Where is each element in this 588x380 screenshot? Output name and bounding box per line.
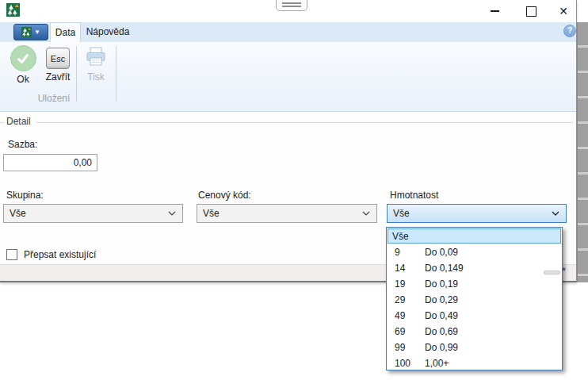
ribbon: Ok Esc Zavřít Tisk Uložení — [0, 42, 576, 112]
minimize-icon — [491, 10, 499, 12]
chevron-down-icon: ▼ — [34, 29, 40, 36]
chevron-down-icon — [552, 211, 559, 216]
maximize-icon — [526, 6, 536, 17]
app-menu-trees-icon — [21, 27, 32, 37]
ribbon-separator — [116, 46, 116, 102]
skupina-label: Skupina: — [6, 190, 44, 201]
dropdown-item[interactable]: 69Do 0,69 — [387, 324, 562, 340]
close-button[interactable]: ✕ — [552, 0, 575, 22]
background-asterisk: * — [562, 265, 566, 277]
dropdown-item[interactable]: 49Do 0,49 — [387, 308, 562, 324]
dropdown-item[interactable]: 99Do 0,99 — [387, 340, 562, 355]
dropdown-item[interactable]: 14Do 0,149 — [387, 260, 562, 276]
chevron-down-icon — [168, 211, 176, 216]
hmotnatost-combobox-open[interactable]: Vše — [387, 204, 567, 223]
hmotnatost-label: Hmotnatost — [390, 190, 438, 201]
dropdown-item[interactable]: 9Do 0,09 — [387, 244, 562, 260]
ok-button-label: Ok — [17, 74, 29, 85]
close-icon: ✕ — [559, 5, 568, 17]
dropdown-item[interactable]: 1001,00+ — [387, 355, 562, 371]
tab-data[interactable]: Data — [50, 22, 81, 42]
cenovy-kod-label: Cenový kód: — [198, 190, 251, 201]
ribbon-group-label: Uložení — [0, 93, 108, 104]
prepsat-checkbox[interactable] — [6, 249, 17, 260]
prepsat-checkbox-label: Přepsat existující — [24, 249, 96, 260]
help-button[interactable]: ? — [563, 25, 576, 37]
maximize-button[interactable] — [519, 0, 543, 22]
drag-handle[interactable] — [276, 0, 307, 11]
ribbon-tab-row: ▼ Data Nápověda ? — [0, 22, 576, 42]
detail-group-title: Detail — [6, 116, 31, 127]
screen: ✕ ▼ Data Nápověda ? — [0, 0, 588, 380]
skupina-value: Vše — [10, 208, 26, 219]
group-line — [36, 122, 573, 123]
tab-napoveda[interactable]: Nápověda — [82, 22, 134, 42]
group-line — [0, 122, 4, 123]
skupina-combobox[interactable]: Vše — [3, 204, 183, 223]
esc-key-icon: Esc — [46, 48, 70, 69]
printer-icon — [84, 45, 108, 69]
dropdown-item[interactable]: 29Do 0,29 — [387, 292, 562, 308]
background-window-edge — [577, 22, 588, 282]
app-menu-button[interactable]: ▼ — [13, 24, 48, 40]
chevron-down-icon — [362, 211, 370, 216]
hmotnatost-dropdown-popup: Vše 9Do 0,09 14Do 0,149 19Do 0,19 29Do 0… — [386, 227, 563, 370]
hmotnatost-value: Vše — [393, 208, 410, 219]
cenovy-kod-combobox[interactable]: Vše — [197, 204, 377, 223]
sazba-input[interactable] — [3, 154, 97, 171]
tisk-button-label: Tisk — [87, 71, 105, 83]
cenovy-kod-value: Vše — [203, 208, 220, 219]
app-trees-icon[interactable] — [6, 3, 20, 17]
resize-grip — [544, 271, 560, 274]
dropdown-item-selected[interactable]: Vše — [388, 228, 561, 244]
title-bar[interactable]: ✕ — [0, 0, 576, 23]
zavrit-button-label: Zavřít — [46, 71, 71, 83]
minimize-button[interactable] — [483, 0, 506, 22]
check-circle-icon — [10, 45, 36, 71]
dropdown-item[interactable]: 19Do 0,19 — [387, 276, 562, 292]
sazba-label: Sazba: — [8, 139, 37, 150]
